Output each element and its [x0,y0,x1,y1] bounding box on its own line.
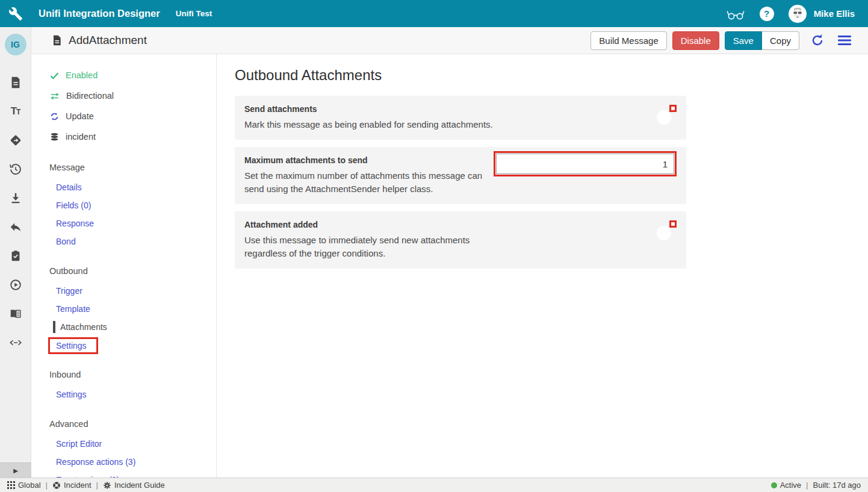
document-icon [51,34,63,47]
statusbar-global[interactable]: Global [7,481,41,490]
statusbar-incident[interactable]: Incident [52,481,91,490]
tasks-icon[interactable] [8,249,23,263]
nav-link-trigger[interactable]: Trigger [31,282,216,300]
nav-status-table[interactable]: incident [31,126,216,147]
nav-link-inbound-settings[interactable]: Settings [31,385,216,403]
workspace-label[interactable]: Unifi Test [176,9,212,18]
glasses-icon[interactable] [726,6,745,22]
app-window: Unifi Integration Designer Unifi Test ? [0,0,868,492]
nav-section-inbound: Inbound [31,367,216,382]
gear-icon [103,481,111,490]
nav-link-event-actions[interactable]: Event actions (0) [31,471,216,478]
active-status-dot [771,482,777,488]
icon-rail: IG TT [0,27,31,478]
user-avatar[interactable] [789,5,807,23]
menu-icon[interactable] [838,34,852,46]
build-message-button[interactable]: Build Message [591,31,666,50]
active-indicator [53,321,55,333]
run-icon[interactable] [8,278,23,292]
lifebuoy-icon [52,481,61,490]
text-format-icon[interactable]: TT [8,104,23,119]
nav-link-fields[interactable]: Fields (0) [31,196,216,214]
app-title: Unifi Integration Designer [39,8,160,19]
separator: | [806,481,808,490]
nav-status-bidirectional[interactable]: Bidirectional [31,86,216,106]
page-title: Outbound Attachments [235,67,868,84]
max-attachments-input[interactable] [496,154,674,174]
refresh-icon[interactable] [810,33,825,48]
setting-description: Use this message to immediately send new… [244,234,512,260]
nav-link-response[interactable]: Response [31,214,216,232]
nav-link-outbound-settings[interactable]: Settings [31,336,216,354]
nav-link-response-actions[interactable]: Response actions (3) [31,453,216,471]
nav-section-advanced: Advanced [31,417,216,431]
disable-button[interactable]: Disable [672,31,719,50]
annotation-box-max-attachments [494,151,677,176]
code-icon[interactable] [8,335,23,350]
built-label: Built: 17d ago [813,481,861,490]
setting-card-attachment-added: Attachment added Use this message to imm… [235,211,686,269]
record-toolbar: AddAttachment Build Message Disable Save… [31,27,868,54]
integration-icon[interactable] [8,133,23,148]
expand-sidebar-button[interactable]: ▶ [0,462,31,478]
setting-name: Maximum attachments to send [244,155,494,165]
setting-name: Attachment added [244,220,521,229]
top-header-bar: Unifi Integration Designer Unifi Test ? [0,0,868,27]
record-title: AddAttachment [69,34,147,47]
separator: | [96,481,98,490]
reply-icon[interactable] [8,220,23,234]
check-icon [49,70,60,81]
import-icon[interactable] [8,191,23,205]
database-icon [49,132,60,142]
annotation-box-send-attachments [669,105,677,112]
nav-link-template[interactable]: Template [31,300,216,318]
documents-icon[interactable] [8,75,23,90]
nav-status-enabled[interactable]: Enabled [31,65,216,86]
copy-button[interactable]: Copy [762,31,799,50]
setting-name: Send attachments [244,104,521,114]
docs-icon[interactable] [8,307,23,321]
help-icon[interactable]: ? [760,7,774,21]
nav-link-script-editor[interactable]: Script Editor [31,435,216,453]
bidirectional-icon [49,91,60,101]
grid-icon [7,481,15,489]
nav-section-outbound: Outbound [31,264,216,278]
active-status-label: Active [780,481,801,490]
annotation-box-attachment-added [669,220,677,228]
setting-card-send-attachments: Send attachments Mark this message as be… [235,96,686,140]
statusbar-incident-guide[interactable]: Incident Guide [103,481,165,490]
nav-link-bond[interactable]: Bond [31,232,216,251]
nav-status-update[interactable]: Update [31,106,216,126]
nav-section-message: Message [31,160,216,175]
integration-avatar[interactable]: IG [5,34,26,55]
message-nav-panel: Enabled Bidirectional Update incident Me… [31,54,217,478]
nav-link-details[interactable]: Details [31,178,216,196]
history-icon[interactable] [8,162,23,176]
status-bar: Global | Incident | Incident Guide Activ… [0,478,868,492]
app-logo[interactable] [0,0,31,27]
wrench-icon [8,7,23,21]
save-button[interactable]: Save [725,31,762,50]
separator: | [46,481,48,490]
annotation-box-settings: Settings [48,337,98,354]
toggle-knob [657,226,671,240]
toggle-knob [657,110,671,125]
main-content: Outbound Attachments Send attachments Ma… [217,54,868,478]
nav-link-attachments-active[interactable]: Attachments [31,318,216,336]
setting-description: Mark this message as being enabled for s… [244,118,512,131]
update-icon [49,111,60,122]
setting-description: Set the maximum number of attachments th… [244,169,494,196]
chevron-right-icon: ▶ [13,467,18,474]
setting-card-max-attachments: Maximum attachments to send Set the maxi… [235,147,686,204]
user-name[interactable]: Mike Ellis [814,8,855,19]
